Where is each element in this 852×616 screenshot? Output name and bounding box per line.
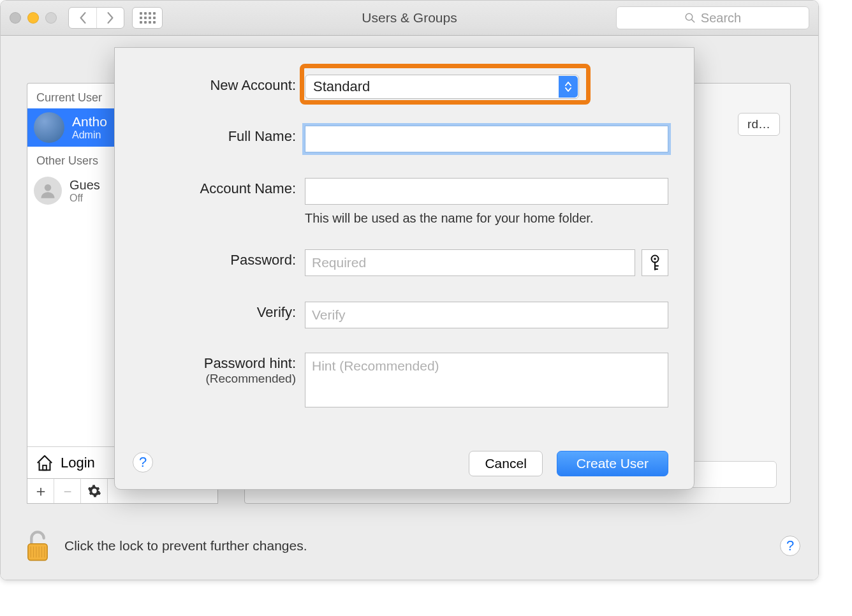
minimize-window-button[interactable] (27, 12, 39, 24)
help-button[interactable]: ? (780, 536, 800, 556)
change-password-button[interactable]: rd… (738, 113, 780, 136)
password-input[interactable] (305, 249, 635, 276)
account-type-select[interactable]: Standard (305, 75, 579, 99)
guest-user-status: Off (70, 193, 100, 204)
content-area: Current User Antho Admin Other Users Gue… (1, 36, 818, 580)
user-actions-gear[interactable] (81, 479, 108, 503)
window-controls (10, 12, 57, 24)
verify-row: Verify: (115, 302, 668, 328)
guest-avatar-icon (34, 177, 62, 205)
full-name-input[interactable] (305, 126, 668, 152)
new-account-row: New Account: Standard (115, 75, 668, 99)
show-all-prefs-button[interactable] (132, 7, 163, 29)
current-user-role: Admin (72, 129, 107, 141)
password-label: Password: (115, 249, 305, 268)
up-down-chevron-icon (559, 76, 578, 98)
password-assistant-button[interactable] (642, 249, 668, 276)
guest-user-name: Gues (70, 178, 100, 193)
svg-point-2 (45, 184, 52, 191)
footer: Click the lock to prevent further change… (24, 529, 800, 563)
titlebar: Users & Groups Search (1, 1, 818, 36)
cancel-button[interactable]: Cancel (469, 451, 542, 476)
nav-back-forward (68, 7, 124, 29)
svg-point-12 (654, 258, 656, 260)
current-user-name: Antho (72, 114, 107, 129)
login-options-label: Login (61, 455, 95, 471)
password-row: Password: (115, 249, 668, 276)
gear-icon (87, 484, 101, 498)
account-name-row: Account Name: This will be used as the n… (115, 178, 668, 226)
new-account-label: New Account: (115, 75, 305, 94)
users-groups-window: Users & Groups Search Current User Antho… (0, 0, 819, 580)
key-icon (649, 254, 661, 271)
add-user-button[interactable]: ＋ (27, 479, 54, 503)
home-icon (35, 453, 54, 473)
search-field[interactable]: Search (616, 6, 809, 29)
new-account-sheet: New Account: Standard Full Name: (114, 47, 694, 490)
full-name-label: Full Name: (115, 126, 305, 145)
lock-hint-text: Click the lock to prevent further change… (64, 538, 307, 554)
unlocked-lock-icon[interactable] (24, 529, 52, 563)
back-button[interactable] (69, 8, 96, 28)
hint-label: Password hint: (Recommended) (115, 353, 305, 386)
hint-input[interactable] (305, 353, 668, 407)
user-avatar-icon (34, 112, 64, 143)
account-type-value: Standard (313, 78, 370, 95)
search-icon (684, 12, 696, 24)
forward-button[interactable] (96, 8, 124, 28)
svg-rect-3 (43, 465, 47, 470)
remove-user-button[interactable]: － (54, 479, 81, 503)
account-name-input[interactable] (305, 178, 668, 205)
close-window-button[interactable] (10, 12, 21, 24)
verify-label: Verify: (115, 302, 305, 321)
sheet-help-button[interactable]: ? (133, 452, 153, 473)
svg-line-1 (691, 19, 694, 22)
zoom-window-button[interactable] (45, 12, 57, 24)
account-name-hint: This will be used as the name for your h… (305, 211, 668, 226)
verify-input[interactable] (305, 302, 668, 328)
create-user-button[interactable]: Create User (557, 451, 668, 476)
hint-row: Password hint: (Recommended) (115, 353, 668, 410)
grid-icon (140, 12, 156, 24)
full-name-row: Full Name: (115, 126, 668, 152)
account-name-label: Account Name: (115, 178, 305, 197)
search-placeholder: Search (701, 11, 741, 26)
